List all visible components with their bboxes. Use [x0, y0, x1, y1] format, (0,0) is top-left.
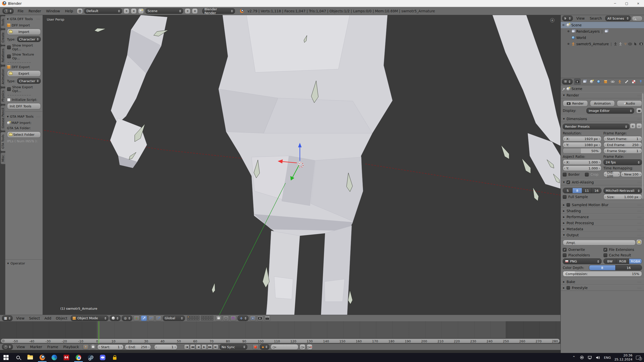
- timeline-ruler[interactable]: -50-40-30-20-100102030405060708090100110…: [0, 338, 560, 344]
- display-dropdown[interactable]: Image Editor: [586, 108, 634, 114]
- panel-header-shading[interactable]: ▶Shading::::: [561, 208, 644, 214]
- timeline-menu-view[interactable]: View: [14, 345, 27, 349]
- channel-rgba[interactable]: RGBA: [629, 259, 642, 264]
- shelf-tab-grease-pencil[interactable]: Grease Pencil: [1, 105, 5, 131]
- layer-cell[interactable]: [209, 316, 211, 318]
- timeline-scrollbar[interactable]: -50-40-30-20-100102030405060708090100110…: [1, 339, 560, 343]
- aa-samples-8[interactable]: 8: [573, 188, 582, 193]
- panel-header-output[interactable]: ▼Output::::: [561, 232, 644, 238]
- editor-type-button[interactable]: ▦: [2, 315, 13, 321]
- minimize-button[interactable]: ─: [609, 0, 621, 7]
- notification-icon[interactable]: 2: [636, 356, 640, 359]
- editor-type-button[interactable]: [2, 344, 13, 350]
- editor-type-button[interactable]: i: [3, 8, 14, 14]
- show-export-options-checkbox[interactable]: [7, 87, 11, 91]
- jump-start-button[interactable]: |◀: [184, 344, 189, 349]
- operator-panel-header[interactable]: ▼Operator: [7, 261, 25, 265]
- outliner-row-renderlayers[interactable]: ⊕RenderLayers|: [561, 28, 644, 34]
- layer-cell[interactable]: [211, 316, 213, 318]
- aspect-x-field[interactable]: X:1.000: [563, 159, 601, 165]
- properties-scrollbar[interactable]: [642, 93, 643, 199]
- panel-header-post-processing[interactable]: ▶Post Processing::::: [561, 220, 644, 226]
- expander-icon[interactable]: ⊖: [562, 23, 565, 27]
- shelf-tab-gta-tools[interactable]: GTA Tools: [1, 132, 5, 151]
- expander-icon[interactable]: ⊕: [567, 30, 570, 33]
- proportional-edit-button[interactable]: [250, 315, 256, 321]
- layer-cell[interactable]: [187, 318, 189, 321]
- taskbar-discord-button[interactable]: [97, 353, 109, 362]
- menu-file[interactable]: File: [15, 9, 26, 13]
- manipulator-toggle-button[interactable]: [134, 315, 140, 321]
- layer-cell[interactable]: [209, 318, 211, 321]
- next-keyframe-button[interactable]: ▶▶: [207, 344, 213, 349]
- compression-slider[interactable]: Compression:15%: [563, 271, 642, 277]
- render-border-button[interactable]: ◌: [223, 315, 229, 321]
- language-indicator[interactable]: ENG: [604, 356, 611, 359]
- lock-frame-button[interactable]: [90, 344, 96, 350]
- properties-tab-armature-icon[interactable]: [616, 79, 623, 85]
- layer-grid[interactable]: [187, 316, 213, 321]
- editor-type-button[interactable]: [562, 16, 573, 21]
- panel-header-render[interactable]: ▼Render::::: [561, 92, 644, 98]
- menu-help[interactable]: Help: [62, 9, 75, 13]
- import-button[interactable]: Import: [7, 29, 41, 35]
- end-frame-field[interactable]: End:250: [125, 344, 151, 350]
- menu-window[interactable]: Window: [44, 9, 62, 13]
- properties-tab-render-icon[interactable]: [574, 79, 581, 85]
- resolution-scale-slider[interactable]: 50%: [563, 148, 601, 154]
- panel-header-anti-aliasing[interactable]: ▼✓Anti-Aliasing::::: [561, 179, 644, 185]
- timeline-playhead[interactable]: [99, 321, 99, 344]
- crop-checkbox[interactable]: [585, 173, 589, 176]
- properties-shelf-toggle[interactable]: +: [550, 18, 554, 22]
- layer-cell[interactable]: [201, 316, 203, 318]
- export-type-dropdown[interactable]: Character: [17, 78, 41, 84]
- outliner-menu-search[interactable]: Search: [587, 16, 604, 20]
- manipulator-translate-button[interactable]: [141, 315, 147, 321]
- layer-cell[interactable]: [187, 316, 189, 318]
- taskbar-steam-button[interactable]: [85, 353, 97, 362]
- properties-tab-object-icon[interactable]: [602, 79, 609, 85]
- show-texture-options-checkbox[interactable]: [7, 55, 11, 58]
- delete-keyframe-button[interactable]: ×: [307, 344, 312, 350]
- full-sample-checkbox[interactable]: [563, 195, 567, 199]
- taskbar-edge-button[interactable]: [48, 353, 60, 362]
- add-layout-button[interactable]: +: [124, 8, 129, 14]
- viewport-menu-view[interactable]: View: [14, 316, 27, 320]
- scene-icon-button[interactable]: [138, 8, 144, 14]
- keying-set-dropdown[interactable]: ◆: [260, 344, 269, 350]
- lock-to-scene-button[interactable]: [216, 315, 222, 321]
- properties-tab-bone-icon[interactable]: [623, 79, 630, 85]
- aa-samples-5[interactable]: 5: [563, 188, 573, 193]
- properties-tab-renderlayers-icon[interactable]: [581, 79, 588, 85]
- layer-cell[interactable]: [201, 318, 203, 321]
- viewport-3d[interactable]: User Persp (1) swmotr5_Armature + ToolsC…: [0, 15, 560, 321]
- panel-header-bake[interactable]: ▶Bake::::: [561, 279, 644, 285]
- panel-header-metadata[interactable]: ▶Metadata::::: [561, 226, 644, 232]
- expander-icon[interactable]: ⊕: [567, 42, 570, 46]
- panel-checkbox[interactable]: [567, 286, 570, 290]
- manipulator-rotate-button[interactable]: [148, 315, 154, 321]
- clock[interactable]: 20:36 25.12.2024: [614, 353, 632, 361]
- viewport-menu-object[interactable]: Object: [54, 316, 70, 320]
- outliner-row-world[interactable]: World: [561, 34, 644, 41]
- end-frame-field[interactable]: End Frame:250: [603, 142, 642, 148]
- render-engine-selector[interactable]: Blender Render: [202, 8, 235, 14]
- depth-16[interactable]: 16: [616, 265, 642, 270]
- taskbar-lock-button[interactable]: [109, 353, 121, 362]
- resolution-x-field[interactable]: X:1920 px: [563, 136, 601, 142]
- viewport-scene[interactable]: [0, 15, 560, 315]
- layer-cell[interactable]: [192, 316, 194, 318]
- properties-tab-constraints-icon[interactable]: [609, 79, 616, 85]
- tray-chevron-icon[interactable]: ⌃: [572, 355, 576, 360]
- channel-bw[interactable]: BW: [604, 259, 617, 264]
- file-extensions-checkbox[interactable]: ✓: [603, 248, 607, 252]
- orientation-dropdown[interactable]: Global: [163, 315, 185, 321]
- active-keying-set-field[interactable]: [271, 344, 298, 350]
- taskbar-sixtyfour-button[interactable]: 64: [60, 353, 72, 362]
- remap-new-field[interactable]: New:100: [621, 171, 642, 177]
- import-type-dropdown[interactable]: Character: [17, 36, 41, 42]
- viewport-menu-select[interactable]: Select: [27, 316, 42, 320]
- screen-layout-icon-button[interactable]: ▤: [77, 8, 83, 14]
- shelf-tab-misc[interactable]: Misc: [1, 153, 5, 164]
- remap-old-field[interactable]: Old: 100: [603, 171, 621, 177]
